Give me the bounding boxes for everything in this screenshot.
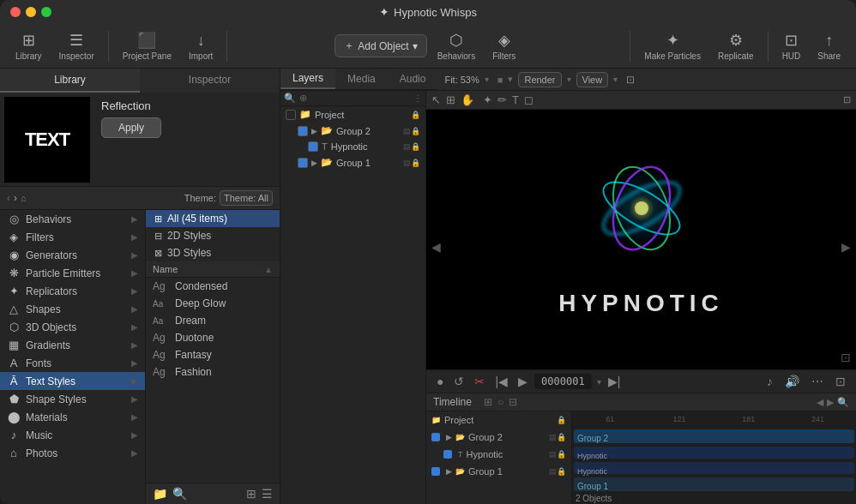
layers-search-icon[interactable]: 🔍 [284,93,296,104]
theme-select[interactable]: Theme: All [220,190,273,206]
add-object-button[interactable]: ＋ Add Object ▾ [335,34,426,57]
clip-group2[interactable]: Group 2 [574,429,854,443]
name-item-dream[interactable]: Aa Dream [146,312,280,329]
fit-dropdown-icon[interactable]: ▾ [485,75,489,84]
cat-shape-styles[interactable]: ⬟ Shape Styles ▶ [0,390,145,408]
cat-photos[interactable]: ⌂ Photos ▶ [0,444,145,462]
name-item-fantasy[interactable]: Ag Fantasy [146,346,280,363]
cat-replicators[interactable]: ✦ Replicators ▶ [0,282,145,300]
cat-music[interactable]: ♪ Music ▶ [0,426,145,444]
list-view-icon[interactable]: ☰ [262,487,273,501]
subcat-2d[interactable]: ⊟ 2D Styles [146,227,280,244]
clip-group1[interactable]: Group 1 [574,477,854,491]
cat-particle-emitters[interactable]: ❋ Particle Emitters ▶ [0,264,145,282]
track-project[interactable]: 📁 Project 🔒 [426,411,571,429]
loop-btn[interactable]: ↺ [450,373,467,390]
select-tool-icon[interactable]: ↖ [431,93,441,106]
canvas-right-handle[interactable]: ▶ [841,240,851,254]
cat-gradients[interactable]: ▦ Gradients ▶ [0,336,145,354]
tl-search-icon[interactable]: 🔍 [837,397,849,408]
tab-audio[interactable]: Audio [388,69,438,88]
cat-materials[interactable]: ⬤ Materials ▶ [0,408,145,426]
layer-group1-expand[interactable]: ▶ [311,159,317,167]
hand-tool-icon[interactable]: ✋ [461,93,474,106]
mute-btn[interactable]: 🔊 [781,373,803,390]
nav-forward-btn[interactable]: › [14,192,17,204]
close-button[interactable] [10,7,21,17]
go-end-btn[interactable]: ▶| [605,373,624,390]
cat-generators[interactable]: ◉ Generators ▶ [0,246,145,264]
render-button[interactable]: Render [518,72,561,87]
search-icon[interactable]: 🔍 [172,487,187,501]
clip-hypnotic-1[interactable]: Hypnotic [574,447,854,459]
layer-group1[interactable]: ▶ 📂 Group 1 ▤🔒 [280,154,425,171]
share-btn[interactable]: ↑ Share [811,28,847,64]
track-hypnotic[interactable]: T Hypnotic ▤🔒 [426,446,571,463]
track-group1[interactable]: ▶ 📂 Group 1 ▤🔒 [426,463,571,480]
render-dropdown-icon[interactable]: ▾ [567,75,571,84]
more-btn[interactable]: ⋯ [808,373,827,390]
shape-tool-icon[interactable]: ◻ [524,93,533,106]
view-button[interactable]: View [576,72,609,87]
play-btn[interactable]: ▶ [515,373,531,390]
canvas-corner-handle[interactable]: ⊡ [841,351,851,364]
color-dropdown-icon[interactable]: ▾ [508,74,513,85]
minimize-button[interactable] [26,7,36,17]
record-btn[interactable]: ● [433,373,447,390]
name-item-fashion[interactable]: Ag Fashion [146,363,280,381]
layer-project[interactable]: 📁 Project 🔒 [280,106,425,123]
tl-loop-icon[interactable]: ○ [497,396,503,408]
timecode-dropdown[interactable]: ▾ [597,377,601,387]
tab-layers[interactable]: Layers [280,69,335,89]
cat-filters[interactable]: ◈ Filters ▶ [0,228,145,246]
layers-add-icon[interactable]: ⊕ [299,93,307,104]
filters-btn[interactable]: ◈ Filters [485,27,522,64]
apply-button[interactable]: Apply [101,117,161,138]
transform-tool-icon[interactable]: ⊞ [446,93,455,106]
subcat-3d[interactable]: ⊠ 3D Styles [146,244,280,261]
go-start-btn[interactable]: |◀ [491,373,511,390]
make-particles-btn[interactable]: ✦ Make Particles [637,27,708,64]
cat-behaviors[interactable]: ◎ Behaviors ▶ [0,210,145,228]
track-group2-expand[interactable]: ▶ [446,433,452,441]
inspector-toolbar-btn[interactable]: ☰ Inspector [52,27,101,64]
subcat-all[interactable]: ⊞ All (45 items) [146,210,280,227]
track-group2[interactable]: ▶ 📂 Group 2 ▤🔒 [426,429,571,446]
cat-shapes[interactable]: △ Shapes ▶ [0,300,145,318]
nav-back-btn[interactable]: ‹ [7,192,10,204]
bezier-tool-icon[interactable]: ✦ [483,93,492,106]
replicate-btn[interactable]: ⚙ Replicate [711,27,761,64]
sort-icon[interactable]: ▲ [264,265,273,274]
pen-tool-icon[interactable]: ✏ [497,93,507,106]
project-pane-btn[interactable]: ⬛ Project Pane [116,27,178,64]
audio-btn[interactable]: ♪ [763,373,776,390]
layers-options-icon[interactable]: ⋮ [413,93,422,103]
layer-hypnotic[interactable]: T Hypnotic ▤🔒 [280,139,425,154]
layer-group2[interactable]: ▶ 📂 Group 2 ▤🔒 [280,123,425,139]
library-toolbar-btn[interactable]: ⊞ Library [9,27,49,64]
fullscreen-button[interactable] [41,7,51,17]
name-item-deep-glow[interactable]: Aa Deep Glow [146,295,280,312]
layer-group2-expand[interactable]: ▶ [311,127,317,135]
view-dropdown-icon[interactable]: ▾ [613,75,618,84]
grid-view-icon[interactable]: ⊞ [246,487,256,501]
new-folder-icon[interactable]: 📁 [153,487,167,501]
behaviors-btn[interactable]: ⬡ Behaviors [431,27,482,64]
cat-3d-objects[interactable]: ⬡ 3D Objects ▶ [0,318,145,336]
hud-btn[interactable]: ⊡ HUD [775,27,808,64]
zoom-fit-btn[interactable]: ⊡ [832,373,849,390]
tab-inspector[interactable]: Inspector [140,69,280,93]
snap-icon[interactable]: ⊡ [843,94,851,105]
tl-snap-icon[interactable]: ⊟ [509,396,517,408]
cat-text-styles[interactable]: Ā Text Styles ▶ [0,372,145,390]
tl-add-icon[interactable]: ◀ [817,397,823,408]
tl-zoom-icon[interactable]: ▶ [827,397,834,408]
name-item-condensed[interactable]: Ag Condensed [146,278,280,295]
text-tool-icon[interactable]: T [512,93,519,106]
tab-library[interactable]: Library [0,69,140,93]
track-group1-expand[interactable]: ▶ [446,467,452,476]
canvas-left-handle[interactable]: ◀ [431,240,441,254]
nav-home-btn[interactable]: ⌂ [21,193,27,203]
clip-hypnotic-2[interactable]: Hypnotic [574,462,854,474]
tl-grid-icon[interactable]: ⊞ [484,396,492,408]
